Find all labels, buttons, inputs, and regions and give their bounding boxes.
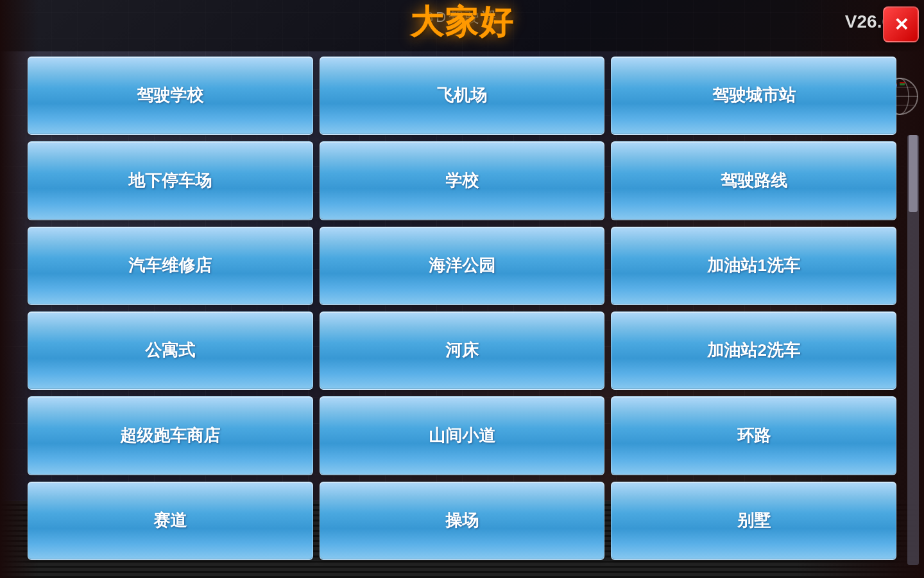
- close-button[interactable]: [883, 6, 919, 42]
- menu-btn-driving-city-station[interactable]: 驾驶城市站: [611, 57, 896, 135]
- menu-btn-auto-repair[interactable]: 汽车维修店: [28, 227, 313, 305]
- menu-btn-mountain-trail[interactable]: 山间小道: [320, 396, 605, 475]
- menu-btn-ring-road[interactable]: 环路: [611, 396, 896, 475]
- menu-btn-race-track[interactable]: 赛道: [28, 482, 313, 560]
- menu-btn-gas-station-2[interactable]: 加油站2洗车: [611, 311, 896, 390]
- menu-btn-villa[interactable]: 别墅: [611, 482, 896, 560]
- menu-btn-driving-route[interactable]: 驾驶路线: [611, 141, 896, 220]
- main-title: 大家好: [410, 0, 514, 45]
- menu-btn-airport[interactable]: 飞机场: [320, 57, 605, 135]
- menu-btn-playground[interactable]: 操场: [320, 482, 605, 560]
- menu-btn-riverbed[interactable]: 河床: [320, 311, 605, 390]
- menu-btn-supercar-shop[interactable]: 超级跑车商店: [28, 396, 313, 475]
- menu-btn-ocean-park[interactable]: 海洋公园: [320, 227, 605, 305]
- menu-btn-apartment[interactable]: 公寓式: [28, 311, 313, 390]
- menu-btn-underground-parking[interactable]: 地下停车场: [28, 141, 313, 220]
- scrollbar[interactable]: [907, 135, 919, 565]
- menu-btn-gas-station-1[interactable]: 加油站1洗车: [611, 227, 896, 305]
- menu-btn-driving-school[interactable]: 驾驶学校: [28, 57, 313, 135]
- menu-grid: 驾驶学校飞机场驾驶城市站地下停车场学校驾驶路线汽车维修店海洋公园加油站1洗车公寓…: [22, 51, 902, 565]
- scroll-thumb: [909, 135, 918, 212]
- header: 3D驾驶课 大家好: [0, 0, 924, 51]
- menu-btn-school[interactable]: 学校: [320, 141, 605, 220]
